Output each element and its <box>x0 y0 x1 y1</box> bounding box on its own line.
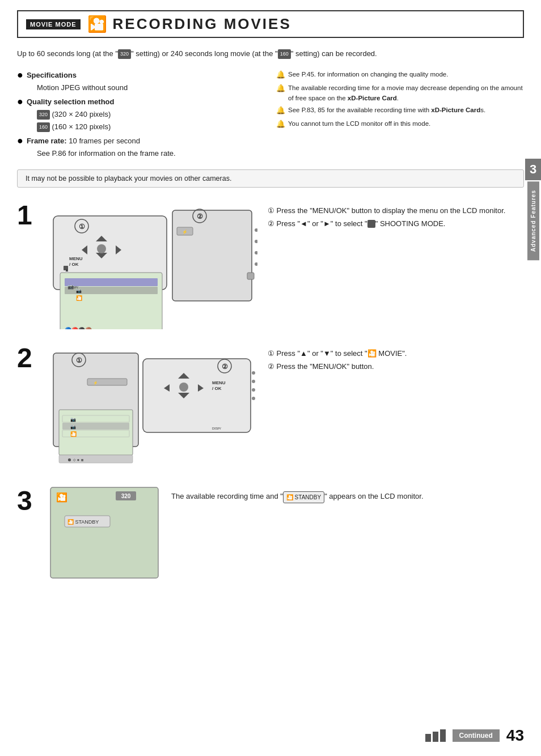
spec-title-1: Specifications <box>27 71 77 79</box>
badge-160-2: 160 <box>37 122 50 132</box>
step-3-inst: The available recording time and "🎦 STAN… <box>171 490 524 503</box>
side-tab-area: 3 Advanced Features <box>525 159 541 260</box>
spec-frame-note: See P.86 for information on the frame ra… <box>27 149 176 158</box>
bullet-icon-2: ● <box>17 96 23 108</box>
svg-text:⚡: ⚡ <box>182 229 188 235</box>
mode-badge: MOVIE MODE <box>26 19 81 29</box>
svg-text:DISP/: DISP/ <box>69 286 78 289</box>
step-2-section: 2 ① ② MENU / OK <box>17 342 524 472</box>
svg-text:/ OK: / OK <box>69 262 79 267</box>
specs-section: ● Specifications Motion JPEG without sou… <box>17 69 524 162</box>
page-number: 43 <box>506 727 524 745</box>
svg-text:⚡: ⚡ <box>93 380 98 385</box>
chapter-number: 3 <box>525 159 541 180</box>
note-icon-1: 🔔 <box>276 69 285 81</box>
step-2-inst-1: ① Press "▲" or "▼" to select "🎦 MOVIE". <box>268 347 524 360</box>
svg-text:②: ② <box>197 213 203 220</box>
svg-point-41 <box>179 383 188 392</box>
svg-text:📷: 📷 <box>70 417 76 422</box>
svg-text:①: ① <box>76 356 82 364</box>
movie-icon: 🎦 <box>87 15 107 33</box>
note-4: 🔔 You cannot turn the LCD monitor off in… <box>276 118 524 130</box>
badge-320: 320 <box>118 49 131 58</box>
svg-text:🔵🔴⚫🟤: 🔵🔴⚫🟤 <box>65 326 92 329</box>
note-text-3: See P.83, 85 for the available recording… <box>288 105 485 115</box>
step-3-section: 3 🎦 320 🎦 STANDBY The available recordin… <box>17 485 524 581</box>
step-3-number: 3 <box>17 487 37 515</box>
bar-3 <box>440 729 446 742</box>
step-1-inst-2: ② Press "◄" or "►" to select "" SHOOTING… <box>268 218 524 230</box>
badge-160: 160 <box>278 49 291 58</box>
notice-text: It may not be possible to playback your … <box>26 175 231 182</box>
footer: Continued 43 <box>425 727 524 745</box>
note-text-1: See P.45. for information on changing th… <box>288 69 448 79</box>
spec-title-2: Quality selection method <box>27 97 115 106</box>
svg-text:320: 320 <box>121 493 131 499</box>
side-tab-label: Advanced Features <box>527 181 539 260</box>
svg-text:▲: ▲ <box>65 267 69 273</box>
page-header: MOVIE MODE 🎦 RECORDING MOVIES <box>17 10 524 38</box>
svg-text:🎦 STANDBY: 🎦 STANDBY <box>67 519 99 525</box>
svg-rect-32 <box>143 359 251 432</box>
svg-point-45 <box>252 380 255 383</box>
note-2: 🔔 The available recording time for a mov… <box>276 83 524 104</box>
spec-framerate: ● Frame rate: 10 frames per second See P… <box>17 135 265 160</box>
svg-rect-1 <box>172 210 252 301</box>
note-1: 🔔 See P.45. for information on changing … <box>276 69 524 81</box>
svg-text:/ OK: / OK <box>212 386 222 391</box>
note-text-4: You cannot turn the LCD monitor off in t… <box>288 118 430 129</box>
note-text-2: The available recording time for a movie… <box>288 83 524 104</box>
standby-badge: 🎦 STANDBY <box>283 491 324 503</box>
spec-specifications: ● Specifications Motion JPEG without sou… <box>17 69 265 94</box>
svg-text:MENU: MENU <box>69 256 83 261</box>
step-1-inst-1: ① Press the "MENU/OK" button to display … <box>268 205 524 217</box>
svg-text:①: ① <box>79 223 85 231</box>
step-1-section: 1 ① ② MENU / OK <box>17 199 524 329</box>
svg-text:MENU: MENU <box>212 380 226 385</box>
svg-point-47 <box>252 397 255 400</box>
step-1-diagram: ① ② MENU / OK ⚡ <box>48 199 257 329</box>
page-container: MOVIE MODE 🎦 RECORDING MOVIES Up to 60 s… <box>0 0 541 756</box>
step-3-diagram: 🎦 320 🎦 STANDBY <box>48 485 161 581</box>
svg-point-44 <box>252 371 255 375</box>
step-1-number: 1 <box>17 202 37 229</box>
bullet-icon: ● <box>17 69 23 82</box>
step-1-image: ① ② MENU / OK ⚡ <box>48 199 257 329</box>
svg-text:🎦: 🎦 <box>56 492 67 503</box>
spec-quality-160: 160 (160 × 120 pixels) <box>27 122 111 131</box>
bullet-icon-3: ● <box>17 135 23 147</box>
svg-text:🎦: 🎦 <box>70 431 77 438</box>
step-2-diagram: ① ② MENU / OK DISP/ <box>48 342 257 472</box>
footer-decoration <box>425 729 446 742</box>
notice-box: It may not be possible to playback your … <box>17 169 524 188</box>
specs-left: ● Specifications Motion JPEG without sou… <box>17 69 265 162</box>
badge-320-2: 320 <box>37 110 50 120</box>
svg-text:⏺  ⊙  ●  ▦: ⏺ ⊙ ● ▦ <box>67 457 83 462</box>
svg-point-17 <box>255 251 257 254</box>
svg-text:②: ② <box>222 363 228 371</box>
bar-1 <box>425 734 431 742</box>
step-1-instructions: ① Press the "MENU/OK" button to display … <box>268 199 524 230</box>
svg-point-15 <box>255 228 257 232</box>
svg-text:DISP/: DISP/ <box>212 427 221 430</box>
svg-rect-19 <box>247 273 254 279</box>
note-icon-3: 🔔 <box>276 105 285 117</box>
note-icon-4: 🔔 <box>276 118 285 130</box>
continued-label: Continued <box>453 729 500 742</box>
note-3: 🔔 See P.83, 85 for the available recordi… <box>276 105 524 117</box>
svg-point-12 <box>97 244 106 253</box>
spec-title-3: Frame rate: <box>27 137 67 145</box>
step-2-instructions: ① Press "▲" or "▼" to select "🎦 MOVIE". … <box>268 342 524 372</box>
spec-value-1: Motion JPEG without sound <box>27 83 128 92</box>
svg-rect-21 <box>65 278 158 286</box>
svg-point-16 <box>255 240 257 243</box>
intro-paragraph: Up to 60 seconds long (at the "320" sett… <box>17 48 524 60</box>
step-2-inst-2: ② Press the "MENU/OK" button. <box>268 360 524 373</box>
spec-quality-320: 320 (320 × 240 pixels) <box>27 110 111 118</box>
step-3-image: 🎦 320 🎦 STANDBY <box>48 485 161 581</box>
note-icon-2: 🔔 <box>276 83 285 95</box>
svg-point-46 <box>252 388 255 392</box>
page-title: RECORDING MOVIES <box>113 15 291 33</box>
step-2-number: 2 <box>17 345 37 372</box>
step-2-image: ① ② MENU / OK DISP/ <box>48 342 257 472</box>
